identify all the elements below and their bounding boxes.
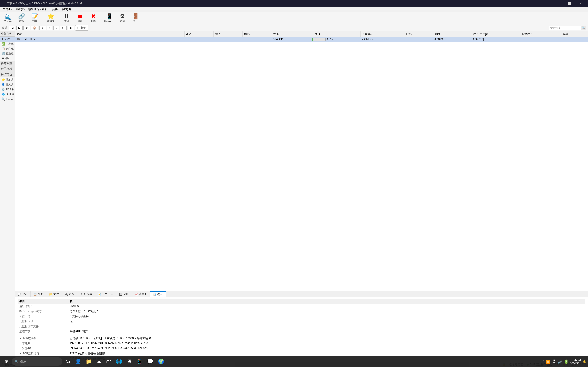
taskbar-app-phone[interactable]: 📱 [134, 357, 144, 366]
tab-traffic[interactable]: 📈 流量图 [132, 291, 150, 297]
taskbar-clock[interactable]: 21:18 2024/5/14 [570, 358, 581, 365]
sidebar-label-completed: 已完成 [6, 42, 14, 46]
pause-button[interactable]: ⏸ 暂停 [60, 13, 73, 24]
tray-chevron[interactable]: ^ [542, 359, 544, 364]
chunks-tab-label: 分块 [123, 292, 129, 296]
runtime-label: 运行时间： [18, 304, 69, 309]
nav-refresh[interactable]: ↻ [23, 26, 30, 30]
sidebar-label-rss: RSS 种 [6, 88, 15, 91]
col-preview[interactable]: 预览 [243, 32, 272, 37]
col-screenshot[interactable]: 截图 [214, 32, 242, 37]
tab-files[interactable]: 📁 文件 [46, 291, 62, 297]
sidebar-group-all-tasks[interactable]: 全部任务 [0, 31, 15, 37]
menu-view[interactable]: 查看(V) [14, 7, 26, 12]
taskbar-app-chat[interactable]: 💬 [145, 357, 155, 366]
col-size[interactable]: 大小 [272, 32, 311, 37]
search-button[interactable]: 🔍 [581, 26, 586, 30]
sidebar-item-running[interactable]: 🔄 正在运 [0, 51, 15, 56]
nav-home[interactable]: 🏠 [31, 26, 38, 30]
delete-icon: ✖ [91, 14, 95, 19]
nav-forward[interactable]: ▶ [16, 26, 23, 30]
nav-download[interactable]: ↓ [53, 26, 59, 30]
close-button[interactable]: ✕ [576, 0, 586, 7]
taskbar: ⊞ 🔍 搜索 🗂 👤 📁 ☁ 🗃 🌐 🖥 📱 💬 🌍 ^ 📶 英 🔊 [0, 356, 588, 367]
col-progress[interactable]: 进度 ▼ [311, 32, 361, 37]
sidebar-group-seeds[interactable]: 种子存档 [0, 66, 15, 72]
col-remaining[interactable]: 剩时 [433, 32, 472, 37]
nav-settings[interactable]: ⚙ [68, 26, 74, 30]
col-upload-speed[interactable]: 上传... [404, 32, 433, 37]
col-name[interactable]: 名称 [15, 32, 184, 37]
collect-button[interactable]: ⭐ 收藏夹 [44, 13, 57, 24]
nav-back[interactable]: ◀ [9, 26, 15, 30]
torrent-label: Torrent [4, 20, 12, 23]
menu-cert[interactable]: 慧星通行证(C) [26, 7, 48, 12]
options-button[interactable]: ⚙ 选项 [116, 13, 129, 24]
sidebar-label-dht: DHT 网 [6, 92, 14, 96]
sidebar-item-incomplete[interactable]: 📋 未完成 [0, 46, 15, 51]
quit-icon: 🚪 [132, 14, 139, 19]
maximize-button[interactable]: ⬜ [564, 0, 575, 7]
taskbar-search[interactable]: 🔍 搜索 [12, 357, 62, 366]
magnet-button[interactable]: 🔗 磁链 [15, 13, 28, 24]
tab-summary[interactable]: 📋 摘要 [31, 291, 46, 297]
create-button[interactable]: 📝 制作 [28, 13, 41, 24]
taskbar-app-explorer[interactable]: 🗂 [63, 357, 72, 366]
sidebar-group-tags[interactable]: 任务标签 [0, 61, 15, 66]
taskbar-app-files[interactable]: 🗃 [104, 357, 113, 366]
taskbar-app-edge[interactable]: 🌐 [114, 357, 124, 366]
minimize-button[interactable]: — [553, 0, 563, 7]
task-table: 名称 评论 截图 预览 大小 进度 ▼ 下载速... 上传... 剩时 种子/用… [15, 31, 588, 291]
sidebar-item-tracker[interactable]: 🔍 Tracke [0, 97, 15, 101]
col-share-ratio[interactable]: 分享率 [559, 32, 588, 37]
menu-tools[interactable]: 工具(I) [48, 7, 60, 12]
table-row[interactable]: 🎮 Hades II.exe 3.54 GB 8 [15, 37, 588, 42]
tab-comment[interactable]: 💬 评论 [15, 291, 31, 297]
sidebar-item-stopped[interactable]: ⏹ 停止 [0, 56, 15, 61]
nav-star[interactable]: ★ [39, 26, 46, 30]
start-button[interactable]: ⊞ [2, 357, 11, 366]
sidebar-item-my-share[interactable]: ⭐ 我的共 [0, 77, 15, 82]
local-ip-label: 本地IP： [18, 341, 69, 346]
clock-time: 21:18 [570, 358, 581, 362]
stop-button[interactable]: ⏹ 停止 [74, 13, 86, 24]
tab-stats[interactable]: 📊 统计 [150, 291, 166, 297]
col-comment[interactable]: 评论 [184, 32, 214, 37]
sidebar-item-rss[interactable]: 📡 RSS 种 [0, 87, 15, 92]
tag-button[interactable]: 🏷 标签 [75, 25, 88, 31]
tcp-header-label: ▼ TCP连接数： [18, 336, 69, 341]
delete-button[interactable]: ✖ 删除 [87, 13, 100, 24]
taskbar-app-cloud[interactable]: ☁ [95, 357, 104, 366]
taskbar-app-globe[interactable]: 🌍 [156, 357, 166, 366]
col-seeds[interactable]: 种子/用户[总] [472, 32, 520, 37]
search-input[interactable] [549, 26, 581, 30]
taskbar-app-remote[interactable]: 🖥 [125, 357, 133, 366]
sidebar-item-dht[interactable]: 💠 DHT 网 [0, 92, 15, 97]
col-long-seeds[interactable]: 长效种子 [520, 32, 559, 37]
bind-app-button[interactable]: 📱 绑定APP [103, 13, 116, 24]
menu-help[interactable]: 帮助(H) [60, 7, 73, 12]
tray-volume[interactable]: 🔊 [558, 359, 562, 364]
sidebar-item-downloading[interactable]: ⬇ 正在下 [0, 37, 15, 42]
notification-icon[interactable]: 🔔 [583, 360, 586, 363]
tab-connect[interactable]: 🔌 连接 [62, 291, 78, 297]
remote-dl-label: 远程下载： [18, 329, 69, 334]
sidebar-item-completed[interactable]: ✅ 已完成 [0, 42, 15, 46]
stats-row-empty [18, 334, 585, 336]
stats-row-runtime: 运行时间： 0:01:10 [18, 304, 585, 309]
tab-server[interactable]: 🖥 服务器 [78, 291, 95, 297]
sidebar-item-other-share[interactable]: 👤 他人共 [0, 82, 15, 87]
quit-button[interactable]: 🚪 退出 [129, 13, 142, 24]
search-box: 🔍 [549, 26, 586, 30]
menu-file[interactable]: 文件(F) [1, 7, 14, 12]
taskbar-app-user[interactable]: 👤 [73, 357, 83, 366]
taskbar-app-folder[interactable]: 📁 [84, 357, 94, 366]
tab-chunks[interactable]: 🔲 分块 [116, 291, 132, 297]
torrent-button[interactable]: 🌊 Torrent [2, 13, 15, 24]
sidebar-group-market[interactable]: 种子市场 [0, 72, 15, 77]
nav-upload[interactable]: ↑↑ [60, 26, 67, 30]
tray-lang[interactable]: 英 [552, 359, 556, 364]
col-download-speed[interactable]: 下载速... [360, 32, 404, 37]
tab-tasklog[interactable]: 📝 任务日志 [95, 291, 116, 297]
nav-share[interactable]: ↑ [47, 26, 52, 30]
